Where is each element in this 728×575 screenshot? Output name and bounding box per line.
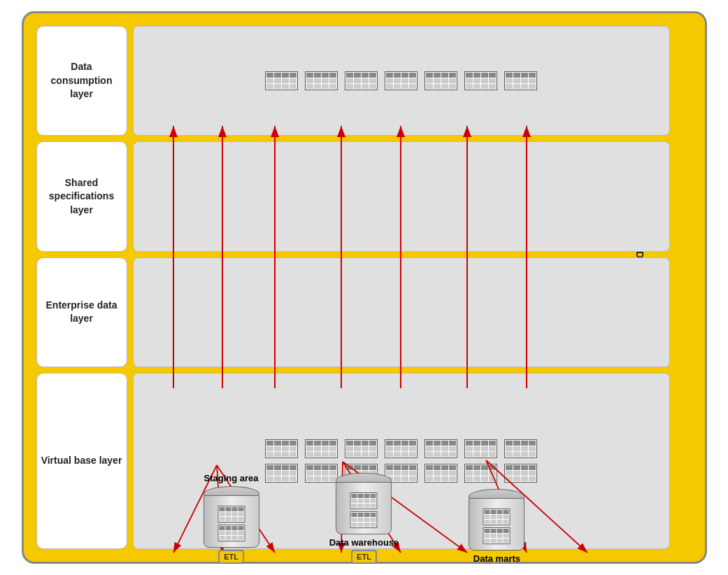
db-table-icon bbox=[350, 511, 378, 528]
table-icon bbox=[424, 71, 457, 90]
layers-area: Data consumption layer bbox=[36, 26, 670, 549]
table-icon bbox=[464, 71, 497, 90]
table-icon bbox=[424, 439, 457, 458]
layer-content-enterprise bbox=[133, 257, 670, 367]
consumption-tables bbox=[265, 71, 537, 90]
layer-row-enterprise: Enterprise data layer bbox=[36, 257, 670, 367]
db-table-icon bbox=[350, 492, 378, 509]
table-icon bbox=[265, 71, 298, 90]
layer-content-shared bbox=[133, 141, 670, 251]
virtual-tables-row1 bbox=[265, 439, 537, 458]
datamarts-label: Data marts bbox=[473, 553, 520, 564]
staging-group: Staging area bbox=[204, 473, 259, 564]
db-table-icon bbox=[483, 509, 511, 525]
layer-label-consumption: Data consumption layer bbox=[36, 26, 127, 136]
layer-label-shared: Shared specifications layer bbox=[36, 141, 127, 251]
etl-badge-warehouse: ETL bbox=[351, 550, 377, 564]
db-table-icon bbox=[217, 525, 245, 541]
table-icon bbox=[385, 439, 417, 458]
layer-row-consumption: Data consumption layer bbox=[36, 26, 670, 136]
etl-badge-staging: ETL bbox=[218, 550, 244, 564]
table-icon bbox=[265, 439, 298, 458]
layer-label-enterprise: Enterprise data layer bbox=[36, 257, 127, 367]
staging-db bbox=[204, 486, 259, 548]
table-icon bbox=[504, 439, 537, 458]
layer-row-shared: Shared specifications layer bbox=[36, 141, 670, 251]
table-icon bbox=[504, 71, 537, 90]
warehouse-group: Data warehouse ETL bbox=[329, 473, 399, 564]
warehouse-label: Data warehouse bbox=[329, 537, 399, 548]
staging-label: Staging area bbox=[204, 473, 259, 483]
table-icon bbox=[305, 71, 338, 90]
db-table-icon bbox=[217, 506, 245, 523]
layer-label-virtual: Virtual base layer bbox=[36, 373, 127, 549]
table-icon bbox=[385, 71, 417, 90]
db-table-icon bbox=[483, 527, 511, 544]
table-icon bbox=[345, 439, 378, 458]
warehouse-db bbox=[336, 473, 392, 534]
table-icon bbox=[305, 439, 338, 458]
bottom-sources: Staging area bbox=[169, 473, 560, 564]
datamarts-group: Data marts bbox=[469, 489, 524, 564]
datamarts-db bbox=[469, 489, 524, 551]
layer-content-consumption bbox=[133, 26, 670, 136]
table-icon bbox=[464, 439, 497, 458]
table-icon bbox=[345, 71, 378, 90]
